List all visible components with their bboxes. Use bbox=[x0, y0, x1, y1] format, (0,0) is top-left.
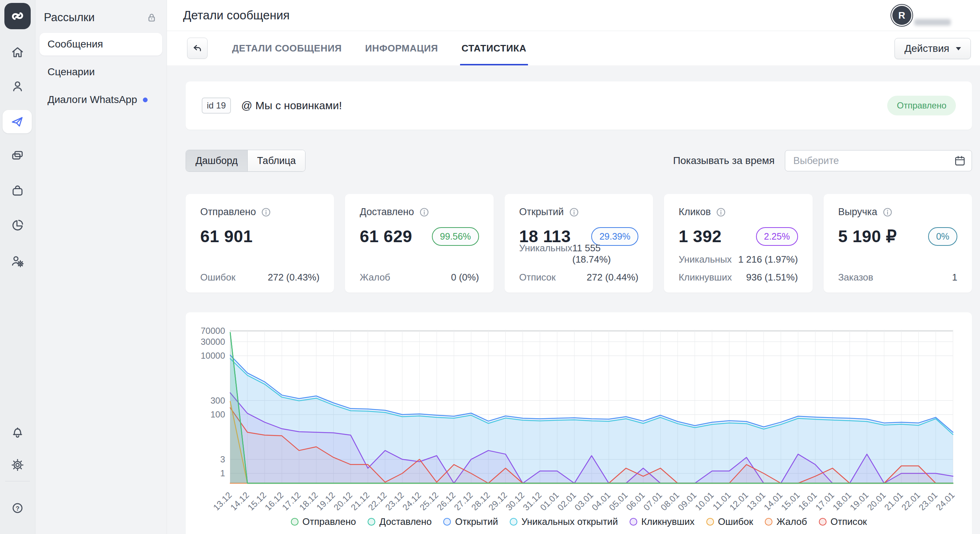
legend-marker bbox=[368, 518, 375, 526]
legend-marker bbox=[630, 518, 637, 526]
stat-card-delivered: Доставлено 61 629 99.56% Жалоб0 (0%) bbox=[345, 194, 493, 292]
page-title: Детали сообщения bbox=[183, 8, 290, 22]
app-root: ? Рассылки Сообщения Сценарии Диалоги Wh… bbox=[0, 0, 980, 534]
avatar[interactable]: R bbox=[892, 6, 911, 25]
legend-item-6[interactable]: Жалоб bbox=[765, 516, 807, 528]
legend-item-4[interactable]: Кликнувших bbox=[630, 516, 695, 528]
tab-statistics[interactable]: СТАТИСТИКА bbox=[461, 31, 527, 65]
stat-subrow: Уникальных11 555 (18.74%) bbox=[519, 243, 638, 265]
message-card: id 19 @ Мы с новинками! Отправлено bbox=[186, 81, 972, 130]
stat-card-revenue: Выручка 5 190 ₽ 0% Заказов1 bbox=[824, 194, 972, 292]
user-settings-icon[interactable] bbox=[9, 253, 26, 270]
legend-label: Уникальных открытий bbox=[522, 516, 618, 528]
stat-subrow: Заказов1 bbox=[838, 272, 957, 283]
legend-label: Жалоб bbox=[776, 516, 807, 528]
sidebar-item-label: Сценарии bbox=[48, 66, 95, 78]
date-range-input[interactable] bbox=[785, 150, 972, 171]
legend-item-5[interactable]: Ошибок bbox=[706, 516, 753, 528]
statistics-chart: 7000030000100003001003113.1214.1215.1216… bbox=[186, 312, 972, 512]
y-axis-tick: 30000 bbox=[200, 337, 225, 346]
sidebar-item-scenarios[interactable]: Сценарии bbox=[40, 60, 162, 83]
view-toggle-table[interactable]: Таблица bbox=[247, 150, 305, 171]
icon-rail: ? bbox=[0, 0, 35, 534]
statistics-chart-card: 7000030000100003001003113.1214.1215.1216… bbox=[186, 312, 972, 534]
stat-pill-4: 0% bbox=[928, 227, 957, 246]
shop-icon[interactable] bbox=[9, 183, 26, 199]
y-axis-tick: 100 bbox=[210, 410, 225, 419]
legend-item-7[interactable]: Отписок bbox=[819, 516, 867, 528]
y-axis-tick: 1 bbox=[220, 468, 225, 478]
sidebar-item-messages[interactable]: Сообщения bbox=[40, 33, 162, 56]
info-icon[interactable] bbox=[419, 207, 430, 218]
legend-item-3[interactable]: Уникальных открытий bbox=[510, 516, 618, 528]
logo-squiggle-icon bbox=[10, 8, 25, 24]
user-name-blurred bbox=[914, 19, 951, 25]
y-axis-tick: 300 bbox=[210, 396, 225, 405]
back-arrow-icon bbox=[191, 42, 203, 54]
help-icon[interactable]: ? bbox=[9, 500, 26, 517]
stat-value: 5 190 ₽ bbox=[838, 226, 897, 246]
stat-subrow: Кликнувших936 (1.51%) bbox=[679, 272, 798, 283]
message-id-badge: id 19 bbox=[202, 97, 231, 114]
info-icon[interactable] bbox=[716, 207, 726, 218]
stat-label: Выручка bbox=[838, 207, 877, 218]
notification-dot bbox=[143, 97, 148, 102]
legend-marker bbox=[510, 518, 517, 526]
chart-legend: ОтправленоДоставленоОткрытийУникальных о… bbox=[186, 516, 972, 528]
lock-icon bbox=[146, 12, 157, 23]
templates-icon[interactable] bbox=[9, 148, 26, 164]
header-bar: Детали сообщения R bbox=[167, 0, 980, 31]
stat-cards-row: Отправлено 61 901 Ошибок272 (0.43%) Дост… bbox=[186, 194, 972, 292]
sidebar: Рассылки Сообщения Сценарии Диалоги What… bbox=[35, 0, 167, 534]
actions-button[interactable]: Действия bbox=[894, 38, 971, 59]
legend-label: Отправлено bbox=[302, 516, 356, 528]
broadcasts-nav-active[interactable] bbox=[3, 110, 32, 134]
legend-label: Ошибок bbox=[718, 516, 753, 528]
avatar-initial: R bbox=[899, 10, 905, 21]
stat-card-sent: Отправлено 61 901 Ошибок272 (0.43%) bbox=[186, 194, 334, 292]
view-toggle-dashboard[interactable]: Дашборд bbox=[186, 150, 247, 171]
stat-value: 61 629 bbox=[360, 226, 412, 246]
x-axis-tick: 10.01 bbox=[693, 490, 716, 510]
app-logo[interactable] bbox=[5, 3, 31, 29]
back-button[interactable] bbox=[187, 38, 208, 59]
settings-gear-icon[interactable] bbox=[9, 456, 26, 474]
stat-subrow: Уникальных1 216 (1.97%) bbox=[679, 254, 798, 265]
sidebar-item-label: Диалоги WhatsApp bbox=[48, 94, 137, 106]
stat-value: 1 392 bbox=[679, 226, 722, 246]
tab-message-details[interactable]: ДЕТАЛИ СООБЩЕНИЯ bbox=[232, 31, 342, 65]
x-axis-tick: 24.01 bbox=[934, 490, 957, 510]
legend-item-0[interactable]: Отправлено bbox=[291, 516, 356, 528]
legend-item-1[interactable]: Доставлено bbox=[368, 516, 431, 528]
stat-label: Доставлено bbox=[360, 207, 414, 218]
home-icon[interactable] bbox=[9, 44, 26, 60]
sidebar-item-whatsapp-dialogs[interactable]: Диалоги WhatsApp bbox=[40, 88, 162, 111]
stat-card-opens: Открытий 18 113 29.39% Уникальных11 555 … bbox=[504, 194, 653, 292]
legend-marker bbox=[291, 518, 299, 526]
stat-card-clicks: Кликов 1 392 2.25% Уникальных1 216 (1.97… bbox=[664, 194, 812, 292]
legend-item-2[interactable]: Открытий bbox=[443, 516, 498, 528]
actions-button-label: Действия bbox=[904, 43, 949, 54]
stat-value: 61 901 bbox=[200, 226, 253, 246]
stat-subrow: Отписок272 (0.44%) bbox=[519, 272, 638, 283]
stat-label: Отправлено bbox=[200, 207, 256, 218]
tab-information[interactable]: ИНФОРМАЦИЯ bbox=[365, 31, 438, 65]
legend-marker bbox=[765, 518, 772, 526]
legend-label: Открытий bbox=[455, 516, 498, 528]
message-title: @ Мы с новинками! bbox=[241, 99, 342, 112]
info-icon[interactable] bbox=[882, 207, 893, 218]
stat-label: Кликов bbox=[679, 207, 711, 218]
svg-text:?: ? bbox=[16, 505, 19, 512]
stat-pill-3: 2.25% bbox=[756, 227, 798, 246]
analytics-pie-icon[interactable] bbox=[9, 217, 26, 234]
chart-svg: 7000030000100003001003113.1214.1215.1216… bbox=[186, 312, 972, 510]
calendar-icon[interactable] bbox=[954, 155, 966, 167]
info-icon[interactable] bbox=[569, 207, 579, 218]
contacts-icon[interactable] bbox=[9, 78, 26, 95]
y-axis-tick: 3 bbox=[220, 455, 225, 464]
legend-marker bbox=[706, 518, 714, 526]
legend-label: Кликнувших bbox=[641, 516, 695, 528]
date-range-field[interactable] bbox=[792, 155, 954, 167]
info-icon[interactable] bbox=[261, 207, 272, 218]
notifications-bell-icon[interactable] bbox=[9, 423, 26, 440]
